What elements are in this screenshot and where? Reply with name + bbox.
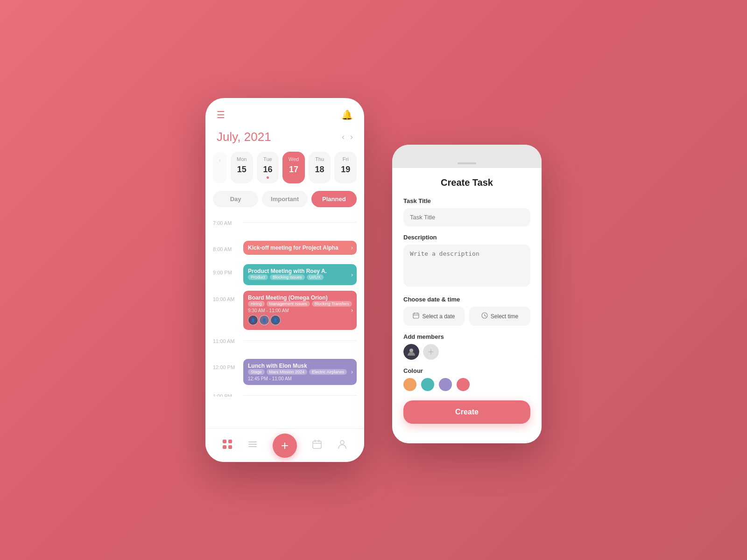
colour-purple[interactable] xyxy=(439,378,452,391)
day-card-fri[interactable]: Fri 19 xyxy=(334,152,357,183)
bottom-navigation: + xyxy=(205,428,364,462)
nav-person-icon[interactable] xyxy=(337,439,347,452)
month-year-display: July, 2021 xyxy=(217,130,271,144)
tab-day[interactable]: Day xyxy=(213,191,258,207)
time-slot-8am: 8:00 AM Kick-off meeting for Project Alp… xyxy=(205,238,364,261)
tab-planned[interactable]: Planned xyxy=(311,191,357,207)
nav-list-icon[interactable] xyxy=(247,439,258,452)
create-task-title: Create Task xyxy=(403,177,530,188)
prev-month-button[interactable]: ‹ xyxy=(342,132,345,142)
event-arrow: › xyxy=(351,245,353,251)
month-name: July, 2021 xyxy=(217,130,271,144)
datetime-row: Select a date Select time xyxy=(403,307,530,326)
time-label-9pm: 9:00 PM xyxy=(213,267,243,275)
svg-line-18 xyxy=(485,315,486,316)
svg-rect-7 xyxy=(313,441,321,448)
calendar-icon xyxy=(413,312,419,320)
clock-icon xyxy=(481,312,488,320)
tab-important[interactable]: Important xyxy=(262,191,307,207)
board-avatar-3: 👤 xyxy=(270,315,281,325)
day-dot-tue xyxy=(267,176,269,179)
time-label-1pm: 1:00 PM xyxy=(213,391,243,397)
day-card-tue[interactable]: Tue 16 xyxy=(257,152,279,183)
tab-row: Day Important Planned xyxy=(205,191,364,215)
time-slot-7am: 7:00 AM xyxy=(205,215,364,238)
svg-rect-12 xyxy=(413,313,419,318)
event-kickoff[interactable]: Kick-off meeting for Project Alpha › xyxy=(243,241,357,255)
members-label: Add members xyxy=(403,333,530,340)
board-avatar-1: 👤 xyxy=(248,315,258,325)
month-arrows: ‹ › xyxy=(342,132,353,142)
nav-grid-icon[interactable] xyxy=(222,439,233,452)
bell-icon[interactable]: 🔔 xyxy=(341,109,353,120)
nav-calendar-icon[interactable] xyxy=(312,439,322,452)
svg-point-19 xyxy=(409,349,413,352)
select-time-button[interactable]: Select time xyxy=(469,307,530,326)
svg-point-11 xyxy=(340,441,344,444)
svg-rect-1 xyxy=(228,440,232,443)
time-label-12pm: 12:00 PM xyxy=(213,362,243,370)
time-slot-1pm: 1:00 PM xyxy=(205,388,364,397)
days-row: ‹ Mon 15 Tue 16 Wed 17 Thu 18 Fri 19 xyxy=(205,152,364,191)
calendar-phone: ☰ 🔔 July, 2021 ‹ › ‹ Mon 15 Tue 16 Wed xyxy=(205,98,364,462)
member-avatar-add[interactable] xyxy=(423,344,439,360)
svg-rect-3 xyxy=(228,445,232,449)
task-title-input[interactable] xyxy=(403,208,530,226)
svg-rect-6 xyxy=(248,446,257,447)
time-slot-12pm: 12:00 PM Lunch with Elon Musk Stage Mars… xyxy=(205,356,364,388)
event-lunch[interactable]: Lunch with Elon Musk Stage Mars Mission … xyxy=(243,359,357,385)
create-button[interactable]: Create xyxy=(403,400,530,424)
event-arrow-board: › xyxy=(351,307,353,314)
next-month-button[interactable]: › xyxy=(350,132,353,142)
description-label: Description xyxy=(403,234,530,241)
timeline: 7:00 AM 8:00 AM Kick-off meeting for Pro… xyxy=(205,215,364,397)
month-navigation: July, 2021 ‹ › xyxy=(205,126,364,152)
event-arrow-lunch: › xyxy=(351,369,353,375)
day-card-mon[interactable]: Mon 15 xyxy=(231,152,253,183)
phone-notch xyxy=(392,145,542,168)
svg-rect-0 xyxy=(223,440,226,443)
time-label-11am: 11:00 AM xyxy=(213,336,243,344)
svg-rect-5 xyxy=(248,444,257,445)
select-date-label: Select a date xyxy=(422,313,455,320)
colour-label: Colour xyxy=(403,367,530,374)
create-task-body: Create Task Task Title Description Choos… xyxy=(392,168,542,443)
svg-rect-2 xyxy=(223,445,226,449)
members-row xyxy=(403,344,530,360)
colour-row xyxy=(403,378,530,391)
time-label-8am: 8:00 AM xyxy=(213,244,243,252)
colour-teal[interactable] xyxy=(421,378,434,391)
event-product[interactable]: Product Meeting with Roey A. Product Blo… xyxy=(243,264,357,285)
day-card-thu[interactable]: Thu 18 xyxy=(309,152,331,183)
description-input[interactable] xyxy=(403,245,530,287)
event-arrow-product: › xyxy=(351,272,353,278)
datetime-label: Choose date & time xyxy=(403,296,530,303)
time-slot-10am: 10:00 AM Board Meeting (Omega Orion) Hir… xyxy=(205,288,364,333)
member-avatar-1[interactable] xyxy=(403,344,419,360)
drag-handle xyxy=(458,162,476,164)
add-button[interactable]: + xyxy=(273,434,297,458)
task-title-label: Task Title xyxy=(403,197,530,204)
svg-rect-4 xyxy=(248,441,257,442)
event-board[interactable]: Board Meeting (Omega Orion) Hiring Manag… xyxy=(243,291,357,330)
day-card-prev[interactable]: ‹ xyxy=(213,152,227,183)
colour-pink[interactable] xyxy=(457,378,470,391)
time-label-7am: 7:00 AM xyxy=(213,217,243,226)
time-slot-11am: 11:00 AM xyxy=(205,333,364,356)
create-task-phone: Create Task Task Title Description Choos… xyxy=(392,145,542,443)
time-label-10am: 10:00 AM xyxy=(213,294,243,302)
day-card-wed[interactable]: Wed 17 xyxy=(282,152,305,183)
calendar-header: ☰ 🔔 xyxy=(205,98,364,126)
select-date-button[interactable]: Select a date xyxy=(403,307,465,326)
select-time-label: Select time xyxy=(491,313,518,320)
colour-orange[interactable] xyxy=(403,378,416,391)
menu-icon[interactable]: ☰ xyxy=(217,109,225,120)
time-slot-9pm: 9:00 PM Product Meeting with Roey A. Pro… xyxy=(205,261,364,288)
board-avatar-2: 👤 xyxy=(259,315,269,325)
